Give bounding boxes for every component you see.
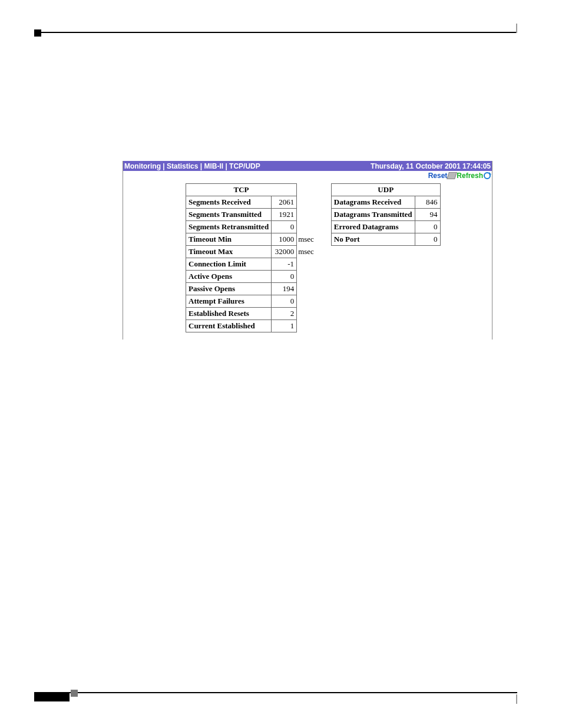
table-row: Active Opens0 [186, 271, 317, 283]
stat-label: Established Resets [186, 308, 272, 320]
stat-value: 1921 [272, 209, 297, 221]
refresh-link[interactable]: Refresh [457, 172, 483, 180]
reset-link[interactable]: Reset [428, 172, 448, 180]
stat-unit [297, 196, 317, 209]
stat-unit [297, 258, 317, 271]
stat-label: Timeout Min [186, 233, 272, 246]
table-row: Segments Transmitted1921 [186, 209, 317, 221]
stat-unit [297, 271, 317, 283]
page-bottom-rule [34, 692, 517, 693]
page-footer-block [34, 693, 70, 701]
udp-section: UDP Datagrams Received846Datagrams Trans… [331, 183, 441, 246]
stat-value: 846 [415, 196, 440, 209]
stat-value: 2 [272, 308, 297, 320]
stat-value: -1 [272, 258, 297, 271]
page-top-rule [34, 32, 517, 33]
stat-label: Errored Datagrams [331, 221, 415, 233]
stat-label: No Port [331, 233, 415, 246]
table-row: Passive Opens194 [186, 283, 317, 295]
stat-unit [297, 209, 317, 221]
tcp-table: TCP Segments Received2061Segments Transm… [186, 183, 317, 332]
stat-label: Segments Received [186, 196, 272, 209]
page-corner-marker [34, 29, 41, 37]
stat-unit [297, 295, 317, 308]
udp-title: UDP [331, 184, 440, 196]
table-row: Attempt Failures0 [186, 295, 317, 308]
table-row: Timeout Max32000msec [186, 246, 317, 258]
stat-label: Connection Limit [186, 258, 272, 271]
stat-value: 0 [415, 221, 440, 233]
page-footer-marker [71, 690, 78, 697]
stat-label: Active Opens [186, 271, 272, 283]
stat-label: Datagrams Received [331, 196, 415, 209]
panel-actions: Reset Refresh [123, 171, 492, 182]
stat-value: 94 [415, 209, 440, 221]
stat-label: Segments Retransmitted [186, 221, 272, 233]
udp-table: UDP Datagrams Received846Datagrams Trans… [331, 183, 441, 246]
stat-unit [297, 283, 317, 295]
stat-unit: msec [297, 233, 317, 246]
table-row: Current Established1 [186, 320, 317, 332]
breadcrumb: Monitoring | Statistics | MIB-II | TCP/U… [124, 162, 260, 170]
stat-value: 0 [415, 233, 440, 246]
table-row: No Port0 [331, 233, 440, 246]
refresh-icon [484, 172, 491, 179]
stat-label: Datagrams Transmitted [331, 209, 415, 221]
stat-label: Passive Opens [186, 283, 272, 295]
tcp-section: TCP Segments Received2061Segments Transm… [186, 183, 317, 332]
stat-value: 194 [272, 283, 297, 295]
stat-value: 32000 [272, 246, 297, 258]
stat-value: 0 [272, 271, 297, 283]
stat-value: 0 [272, 295, 297, 308]
stat-unit [297, 221, 317, 233]
table-row: Datagrams Received846 [331, 196, 440, 209]
panel-header: Monitoring | Statistics | MIB-II | TCP/U… [123, 161, 492, 171]
eraser-icon [447, 172, 457, 179]
panel-timestamp: Thursday, 11 October 2001 17:44:05 [371, 162, 491, 170]
stat-value: 1 [272, 320, 297, 332]
table-row: Segments Received2061 [186, 196, 317, 209]
stat-value: 0 [272, 221, 297, 233]
stat-unit: msec [297, 246, 317, 258]
table-row: Connection Limit-1 [186, 258, 317, 271]
table-row: Errored Datagrams0 [331, 221, 440, 233]
stat-label: Timeout Max [186, 246, 272, 258]
page-edge-tick [516, 24, 517, 33]
page-edge-tick [516, 694, 517, 704]
stat-unit [297, 308, 317, 320]
stat-unit [297, 320, 317, 332]
stat-label: Attempt Failures [186, 295, 272, 308]
stat-label: Segments Transmitted [186, 209, 272, 221]
table-row: Established Resets2 [186, 308, 317, 320]
stat-value: 2061 [272, 196, 297, 209]
tcp-title: TCP [186, 184, 297, 196]
stat-value: 1000 [272, 233, 297, 246]
table-row: Segments Retransmitted0 [186, 221, 317, 233]
table-row: Datagrams Transmitted94 [331, 209, 440, 221]
stat-label: Current Established [186, 320, 272, 332]
stats-panel: Monitoring | Statistics | MIB-II | TCP/U… [123, 161, 492, 340]
table-row: Timeout Min1000msec [186, 233, 317, 246]
